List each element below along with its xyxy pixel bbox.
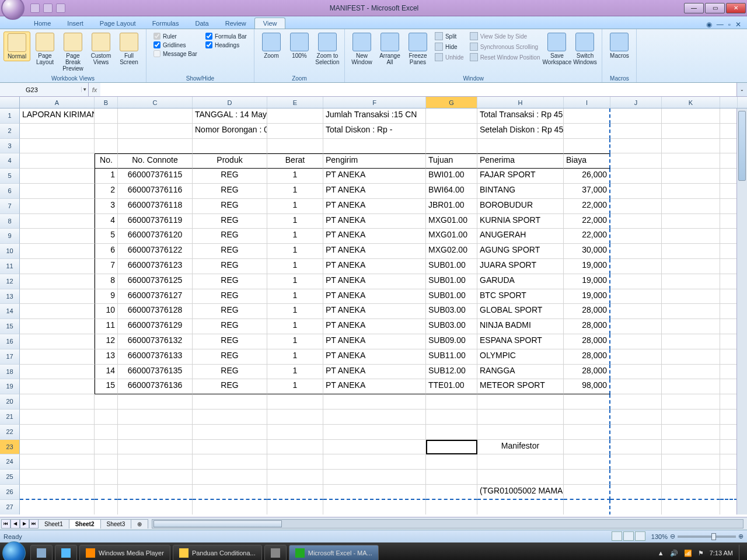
cell[interactable] (20, 379, 95, 394)
row-header-12[interactable]: 12 (0, 274, 20, 289)
cell[interactable]: PT ANEKA (323, 319, 426, 334)
cell[interactable] (95, 440, 118, 455)
cell[interactable]: 19,000 (564, 289, 610, 304)
cell[interactable] (267, 440, 323, 455)
cell[interactable]: NINJA BADMI (477, 319, 564, 334)
cell[interactable]: 10 (95, 304, 118, 319)
taskbar-wmp[interactable]: Windows Media Player (79, 545, 170, 560)
cell[interactable] (193, 394, 267, 410)
cell[interactable]: 19,000 (564, 259, 610, 274)
cell[interactable] (720, 454, 738, 470)
cell[interactable]: 28,000 (564, 319, 610, 334)
cell[interactable]: REG (193, 379, 267, 394)
cell[interactable] (477, 500, 564, 514)
cell[interactable] (426, 425, 477, 440)
cell[interactable] (720, 304, 738, 319)
tray-flag-icon[interactable]: ⚑ (698, 550, 704, 557)
cell[interactable]: BTC SPORT (477, 289, 564, 304)
cell[interactable] (720, 184, 738, 199)
cell[interactable]: 1 (267, 319, 323, 334)
cell[interactable]: 9 (95, 289, 118, 304)
cell[interactable] (610, 259, 662, 274)
cell[interactable] (564, 500, 610, 514)
qat-undo-icon[interactable] (43, 4, 53, 13)
cell[interactable] (662, 229, 720, 244)
cell[interactable] (267, 124, 323, 139)
cell[interactable] (662, 124, 720, 139)
row-header-18[interactable]: 18 (0, 365, 20, 380)
tab-view[interactable]: View (254, 18, 286, 29)
cell[interactable] (20, 454, 95, 470)
cell[interactable]: 11 (95, 319, 118, 334)
cell[interactable]: Total Transaksi : Rp 454,000.- (477, 108, 564, 124)
cell[interactable] (662, 500, 720, 514)
cell[interactable] (426, 454, 477, 470)
view-layout-icon[interactable] (623, 531, 634, 541)
cell[interactable] (720, 153, 738, 169)
cell[interactable]: Biaya (564, 153, 610, 169)
cell[interactable] (720, 108, 738, 124)
cell[interactable] (20, 139, 95, 154)
cell[interactable]: PT ANEKA (323, 169, 426, 184)
cell[interactable] (267, 485, 323, 500)
formula-bar-checkbox[interactable]: Formula Bar (205, 33, 247, 40)
cell[interactable]: 1 (267, 334, 323, 349)
row-header-22[interactable]: 22 (0, 425, 20, 440)
cell[interactable]: MXG01.00 (426, 229, 477, 244)
cell[interactable] (323, 454, 426, 470)
col-header-J[interactable]: J (610, 97, 662, 108)
cell[interactable]: SUB09.00 (426, 334, 477, 349)
cell[interactable]: TTE01.00 (426, 379, 477, 394)
cell[interactable]: REG (193, 184, 267, 199)
cell[interactable]: 660007376115 (118, 169, 193, 184)
cell[interactable] (662, 425, 720, 440)
cell[interactable] (720, 470, 738, 485)
taskbar-unknown[interactable] (264, 545, 287, 560)
cell[interactable]: 14 (95, 365, 118, 380)
cell[interactable]: REG (193, 229, 267, 244)
cell[interactable]: 28,000 (564, 334, 610, 349)
cell[interactable] (267, 394, 323, 410)
cell[interactable]: 12 (95, 334, 118, 349)
cell[interactable] (720, 229, 738, 244)
row-header-9[interactable]: 9 (0, 229, 20, 244)
cell[interactable] (610, 289, 662, 304)
cell[interactable] (610, 485, 662, 500)
cell[interactable]: AGUNG SPORT (477, 244, 564, 259)
cell[interactable] (95, 500, 118, 514)
cell[interactable] (662, 410, 720, 425)
cell[interactable] (564, 394, 610, 410)
cell[interactable] (477, 454, 564, 470)
sheet-nav-next[interactable]: ▶ (20, 519, 29, 528)
cell[interactable]: 660007376118 (118, 199, 193, 214)
qat-save-icon[interactable] (30, 4, 40, 13)
cell[interactable] (610, 319, 662, 334)
zoom-button[interactable]: Zoom (258, 32, 285, 60)
cell[interactable] (662, 289, 720, 304)
cell[interactable] (95, 454, 118, 470)
cell[interactable] (95, 410, 118, 425)
cell[interactable] (662, 454, 720, 470)
cell[interactable] (267, 454, 323, 470)
cell[interactable]: Jumlah Transaksi :15 CN (323, 108, 426, 124)
cell[interactable]: SUB03.00 (426, 304, 477, 319)
expand-formula-bar[interactable]: ⌄ (736, 83, 747, 96)
cell[interactable]: 660007376127 (118, 289, 193, 304)
cell[interactable] (20, 485, 95, 500)
cell[interactable]: FAJAR SPORT (477, 169, 564, 184)
cell[interactable]: 1 (267, 184, 323, 199)
cell[interactable]: MXG02.00 (426, 244, 477, 259)
taskbar-ie[interactable] (55, 545, 77, 560)
cell[interactable] (662, 304, 720, 319)
cell[interactable] (426, 500, 477, 514)
cell[interactable] (720, 349, 738, 365)
row-header-19[interactable]: 19 (0, 379, 20, 394)
col-header-G[interactable]: G (426, 97, 477, 108)
cell[interactable] (20, 500, 95, 514)
col-header-end[interactable] (720, 97, 738, 108)
cell[interactable]: 22,000 (564, 229, 610, 244)
cell[interactable]: 28,000 (564, 349, 610, 365)
cell[interactable] (720, 274, 738, 289)
cell[interactable] (20, 169, 95, 184)
col-header-B[interactable]: B (95, 97, 118, 108)
